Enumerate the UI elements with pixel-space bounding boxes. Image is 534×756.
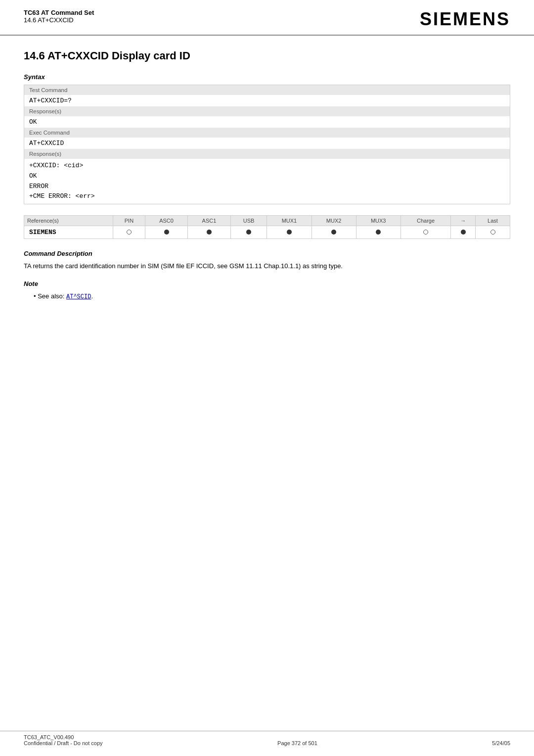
cell-asc0 xyxy=(145,226,187,239)
section-heading: 14.6 AT+CXXCID Display card ID xyxy=(24,49,510,62)
cell-charge xyxy=(400,226,451,239)
row-content-exec: AT+CXXCID xyxy=(24,138,510,149)
at-scid-link[interactable]: AT^SCID xyxy=(66,293,91,300)
dot-empty-icon xyxy=(127,230,132,235)
cell-pin xyxy=(113,226,145,239)
table-row: AT+CXXCID=? xyxy=(24,95,510,106)
col-header-ref: Reference(s) xyxy=(24,216,113,226)
table-row: AT+CXXCID xyxy=(24,138,510,149)
dot-filled-icon xyxy=(207,230,212,235)
col-header-mux2: MUX2 xyxy=(312,216,356,226)
page-footer: TC63_ATC_V00.490 Confidential / Draft - … xyxy=(0,731,534,746)
row-label-resp1: Response(s) xyxy=(24,106,510,116)
note-label: Note xyxy=(24,280,510,287)
col-header-pin: PIN xyxy=(113,216,145,226)
cell-mux1 xyxy=(267,226,312,239)
row-label-exec: Exec Command xyxy=(24,128,510,138)
footer-date: 5/24/05 xyxy=(492,740,510,746)
table-row: +CXXCID: <cid>OKERROR+CME ERROR: <err> xyxy=(24,159,510,204)
row-content-resp2: +CXXCID: <cid>OKERROR+CME ERROR: <err> xyxy=(24,159,510,204)
cell-mux3 xyxy=(356,226,400,239)
table-row: Response(s) xyxy=(24,106,510,116)
dot-filled-icon xyxy=(331,230,336,235)
list-item: See also: AT^SCID. xyxy=(34,291,510,302)
dot-filled-icon xyxy=(461,230,466,235)
syntax-table: Test Command AT+CXXCID=? Response(s) OK … xyxy=(24,85,510,204)
col-header-mux3: MUX3 xyxy=(356,216,400,226)
cell-asc1 xyxy=(188,226,230,239)
ref-table: Reference(s) PIN ASC0 ASC1 USB MUX1 MUX2… xyxy=(24,215,510,239)
table-row: Test Command xyxy=(24,85,510,95)
dot-filled-icon xyxy=(164,230,169,235)
table-row: OK xyxy=(24,116,510,128)
col-header-mux1: MUX1 xyxy=(267,216,312,226)
note-list: See also: AT^SCID. xyxy=(24,291,510,302)
footer-doc-id: TC63_ATC_V00.490 xyxy=(24,734,103,740)
dot-filled-icon xyxy=(287,230,292,235)
cell-usb xyxy=(230,226,267,239)
cell-mux2 xyxy=(312,226,356,239)
ref-table-header-row: Reference(s) PIN ASC0 ASC1 USB MUX1 MUX2… xyxy=(24,216,510,226)
dot-filled-icon xyxy=(246,230,251,235)
dot-empty-icon xyxy=(490,230,495,235)
note-suffix: . xyxy=(91,292,93,300)
note-text: See also: xyxy=(38,292,66,300)
row-label-test: Test Command xyxy=(24,85,510,95)
col-header-last: Last xyxy=(476,216,510,226)
footer-left: TC63_ATC_V00.490 Confidential / Draft - … xyxy=(24,734,103,746)
dot-filled-icon xyxy=(376,230,381,235)
header-title: TC63 AT Command Set xyxy=(24,9,94,16)
ref-label: SIEMENS xyxy=(24,226,113,239)
header-left: TC63 AT Command Set 14.6 AT+CXXCID xyxy=(24,9,94,24)
row-content-resp1: OK xyxy=(24,116,510,128)
col-header-asc1: ASC1 xyxy=(188,216,230,226)
syntax-label: Syntax xyxy=(24,73,510,81)
col-header-charge: Charge xyxy=(400,216,451,226)
col-header-asc0: ASC0 xyxy=(145,216,187,226)
footer-confidential: Confidential / Draft - Do not copy xyxy=(24,740,103,746)
ref-table-row: SIEMENS xyxy=(24,226,510,239)
table-row: Exec Command xyxy=(24,128,510,138)
row-label-resp2: Response(s) xyxy=(24,149,510,159)
cell-arrow xyxy=(451,226,476,239)
cmd-desc-text: TA returns the card identification numbe… xyxy=(24,261,510,271)
siemens-logo: SIEMENS xyxy=(420,9,510,30)
header-subtitle: 14.6 AT+CXXCID xyxy=(24,16,94,24)
col-header-usb: USB xyxy=(230,216,267,226)
footer-page-num: Page 372 of 501 xyxy=(277,740,317,746)
dot-empty-icon xyxy=(423,230,428,235)
row-content-test: AT+CXXCID=? xyxy=(24,95,510,106)
main-content: 14.6 AT+CXXCID Display card ID Syntax Te… xyxy=(0,36,534,331)
cmd-desc-label: Command Description xyxy=(24,250,510,257)
cell-last xyxy=(476,226,510,239)
table-row: Response(s) xyxy=(24,149,510,159)
page-header: TC63 AT Command Set 14.6 AT+CXXCID SIEME… xyxy=(0,0,534,36)
col-header-arrow: → xyxy=(451,216,476,226)
